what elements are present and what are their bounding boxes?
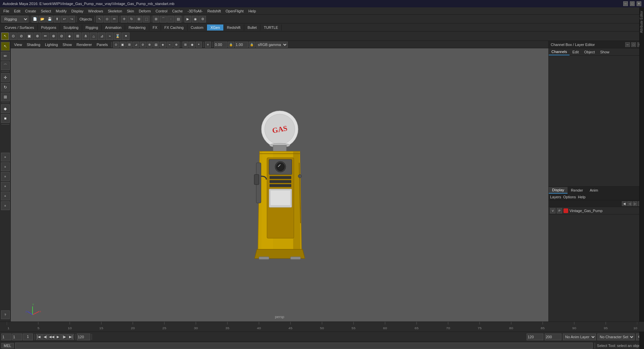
- tab-display[interactable]: Display: [549, 187, 568, 194]
- uvset-btn[interactable]: ⊕: [34, 33, 41, 40]
- paint-tool[interactable]: ✏: [1, 52, 10, 60]
- play-fwd-btn[interactable]: ▶: [55, 334, 61, 340]
- menu-item-help[interactable]: Help: [246, 8, 258, 14]
- layers-menu[interactable]: Layers: [550, 195, 561, 199]
- vp-btn-4[interactable]: ⊿: [133, 42, 139, 48]
- range-end-input[interactable]: [545, 334, 561, 340]
- viewport[interactable]: View Shading Lighting Show Renderer Pane…: [11, 41, 548, 321]
- tab-redshift[interactable]: Redshift: [224, 24, 244, 31]
- tab-curves-surfaces[interactable]: Curves / Surfaces: [1, 24, 38, 31]
- playback-end-input[interactable]: [527, 334, 543, 340]
- tab-polygons[interactable]: Polygons: [38, 24, 60, 31]
- help-tool[interactable]: ?: [1, 310, 10, 319]
- maximize-button[interactable]: □: [630, 1, 635, 6]
- vp-cam-btn[interactable]: ◉: [189, 42, 195, 48]
- menu-item-skeleton[interactable]: Skeleton: [106, 8, 124, 14]
- help-menu[interactable]: Help: [578, 195, 586, 199]
- vp-btn-6[interactable]: ⊗: [147, 42, 153, 48]
- tab-render[interactable]: Render: [568, 187, 586, 193]
- tab-turtle[interactable]: TURTLE: [260, 24, 282, 31]
- display-settings-btn[interactable]: ⚙: [199, 16, 206, 22]
- edge-sel-btn[interactable]: ⊘: [17, 33, 25, 40]
- menu-item-display[interactable]: Display: [69, 8, 86, 14]
- layer-tool-1[interactable]: ≡: [1, 153, 10, 161]
- renderer-menu[interactable]: Renderer: [74, 42, 94, 47]
- render-btn[interactable]: ▶: [184, 16, 191, 22]
- transform-btn[interactable]: ⬚: [143, 16, 150, 22]
- select-mode-btn[interactable]: ↖: [1, 33, 9, 40]
- select-tool[interactable]: ↖: [1, 42, 10, 51]
- menu-item-select[interactable]: Select: [39, 8, 53, 14]
- menu-item-cache[interactable]: Cache: [170, 8, 185, 14]
- vp-btn-7[interactable]: ▤: [153, 42, 159, 48]
- move-btn[interactable]: ✛: [121, 16, 127, 22]
- vp-btn-9[interactable]: ⌁: [167, 42, 173, 48]
- tab-fx[interactable]: FX: [149, 24, 161, 31]
- layer-skip-prev-btn[interactable]: ◁: [627, 201, 632, 206]
- character-set-dropdown[interactable]: No Character Set: [597, 334, 635, 340]
- rp-maximize-btn[interactable]: □: [631, 42, 636, 47]
- end-frame-input[interactable]: [77, 334, 90, 340]
- select-tool-btn[interactable]: ↖: [96, 16, 103, 22]
- scale-btn[interactable]: ⊞: [136, 16, 142, 22]
- rect-sel-tool[interactable]: ■: [1, 114, 10, 123]
- rp-minimize-btn[interactable]: ─: [625, 42, 630, 47]
- gamma-input[interactable]: 0.00: [214, 42, 227, 48]
- layer-tool-2[interactable]: ≡: [1, 162, 10, 171]
- current-frame-input[interactable]: [12, 334, 22, 340]
- vp-btn-1[interactable]: ⊙: [113, 42, 119, 48]
- close-button[interactable]: ✕: [637, 1, 641, 6]
- layer-prev-btn[interactable]: ◀: [622, 201, 627, 206]
- timeline-area[interactable]: 1 5 10 15 20 25 30 35 40 45 50 55 60: [0, 321, 644, 332]
- layer-tool-4[interactable]: ≡: [1, 182, 10, 191]
- goto-start-btn[interactable]: |◀: [36, 334, 42, 340]
- rotate-btn[interactable]: ↻: [128, 16, 135, 22]
- vp-btn-2[interactable]: ▣: [120, 42, 126, 48]
- tab-bullet[interactable]: Bullet: [244, 24, 261, 31]
- soft-sel-tool[interactable]: ◆: [1, 104, 10, 113]
- mode-dropdown[interactable]: Rigging Modeling Rigging Animation Rende…: [1, 16, 29, 22]
- menu-item-deform[interactable]: Deform: [137, 8, 153, 14]
- snap-surface-btn[interactable]: ▤: [175, 16, 181, 22]
- minimize-button[interactable]: ─: [623, 1, 628, 6]
- menu-item-redshift[interactable]: Redshift: [205, 8, 223, 14]
- frame-tick-btn[interactable]: 1: [23, 334, 33, 340]
- vp-btn-3[interactable]: ⊞: [126, 42, 132, 48]
- mel-input[interactable]: [15, 343, 593, 349]
- tab-animation[interactable]: Animation: [102, 24, 125, 31]
- redo-btn[interactable]: ↪: [68, 16, 75, 22]
- layer-tool-3[interactable]: ≡: [1, 172, 10, 181]
- menu-item-openflight[interactable]: OpenFlight: [224, 8, 246, 14]
- new-scene-btn[interactable]: 📄: [32, 16, 38, 22]
- face-sel-btn[interactable]: ▣: [25, 33, 33, 40]
- rotate-tool[interactable]: ↻: [1, 83, 10, 92]
- lighting-menu[interactable]: Lighting: [43, 42, 60, 47]
- tool4-btn[interactable]: ⊞: [74, 33, 81, 40]
- tab-show[interactable]: Show: [597, 49, 612, 55]
- tab-xgen[interactable]: XGen: [207, 24, 223, 31]
- paint-btn[interactable]: ✏: [42, 33, 49, 40]
- vertex-sel-btn[interactable]: ⊙: [9, 33, 17, 40]
- lasso-tool[interactable]: ⌒: [1, 61, 10, 70]
- layer-pickable-btn[interactable]: P: [557, 208, 562, 213]
- menu-item-skin[interactable]: Skin: [125, 8, 136, 14]
- tab-channels[interactable]: Channels: [549, 49, 570, 55]
- vp-grid-btn[interactable]: ⊞: [182, 42, 189, 48]
- options-menu[interactable]: Options: [563, 195, 576, 199]
- menu-item-control[interactable]: Control: [154, 8, 169, 14]
- scale-tool[interactable]: ⊞: [1, 93, 10, 101]
- anim-layer-dropdown[interactable]: No Anim Layer: [563, 334, 596, 340]
- layer-visibility-btn[interactable]: V: [550, 208, 555, 213]
- step-back-btn[interactable]: ◀|: [42, 334, 48, 340]
- vp-btn-8[interactable]: ◈: [160, 42, 166, 48]
- tool7-btn[interactable]: ⊿: [98, 33, 105, 40]
- tool2-btn[interactable]: ⊘: [58, 33, 65, 40]
- step-fwd-btn[interactable]: |▶: [61, 334, 67, 340]
- vp-iso-btn[interactable]: ≡: [205, 42, 211, 48]
- tab-object[interactable]: Object: [581, 49, 597, 55]
- tool8-btn[interactable]: ⌁: [106, 33, 113, 40]
- menu-item-modify[interactable]: Modify: [54, 8, 68, 14]
- snap-point-btn[interactable]: ·: [167, 16, 174, 22]
- color-space-dropdown[interactable]: sRGB gamma Linear: [256, 42, 288, 48]
- import-btn[interactable]: ⬆: [54, 16, 60, 22]
